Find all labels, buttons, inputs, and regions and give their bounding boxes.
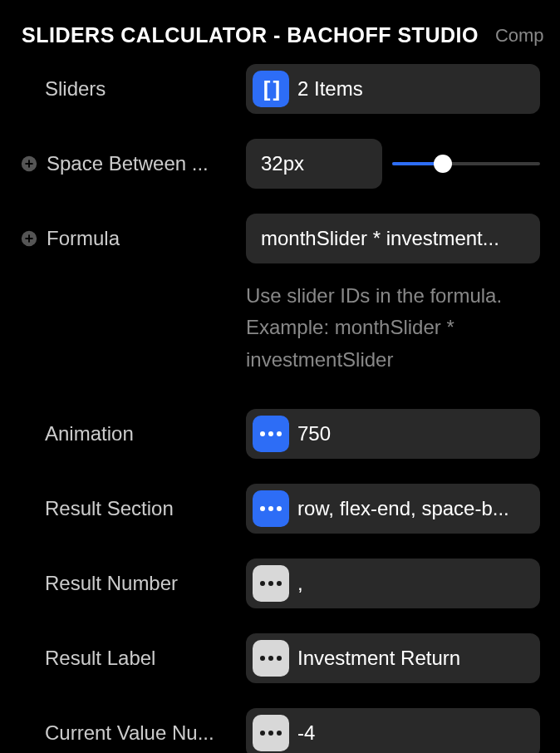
label-space-between: Space Between ... [20, 152, 246, 175]
result-label-field[interactable]: Investment Return [246, 633, 540, 683]
more-icon [253, 715, 289, 751]
more-icon [253, 640, 289, 677]
panel-title: SLIDERS CALCULATOR - BACHOFF STUDIO [22, 23, 479, 47]
more-icon [253, 490, 289, 527]
value-col: -4 [246, 708, 540, 753]
label-text: Current Value Nu... [45, 721, 214, 745]
value-col: 32px [246, 139, 540, 189]
label-text: Animation [45, 422, 134, 445]
space-between-value: 32px [253, 152, 312, 175]
row-current-value: Current Value Nu... -4 [20, 708, 540, 753]
label-result-section: Result Section [20, 497, 246, 520]
label-text: Space Between ... [47, 152, 209, 175]
value-col: , [246, 559, 540, 608]
more-icon [253, 416, 289, 452]
svg-rect-5 [28, 234, 30, 242]
value-col: 750 [246, 409, 540, 459]
slider-thumb[interactable] [434, 155, 452, 173]
header-tab[interactable]: Componer [495, 25, 543, 47]
row-result-label: Result Label Investment Return [20, 633, 540, 683]
plus-circle-icon[interactable] [20, 155, 38, 173]
current-value-value: -4 [289, 721, 323, 745]
result-label-value: Investment Return [289, 647, 469, 670]
array-icon: [ ] [253, 71, 289, 107]
value-col: [ ] 2 Items [246, 64, 540, 114]
label-text: Formula [47, 227, 120, 250]
row-result-number: Result Number , [20, 559, 540, 608]
result-number-value: , [289, 572, 312, 595]
value-col: monthSlider * investment... [246, 214, 540, 263]
space-between-slider[interactable] [392, 162, 540, 165]
animation-field[interactable]: 750 [246, 409, 540, 459]
result-number-field[interactable]: , [246, 559, 540, 608]
animation-value: 750 [289, 422, 339, 445]
svg-rect-2 [28, 160, 30, 167]
formula-input[interactable]: monthSlider * investment... [246, 214, 540, 263]
label-text: Result Number [45, 572, 178, 595]
row-formula: Formula monthSlider * investment... [20, 214, 540, 263]
sliders-field[interactable]: [ ] 2 Items [246, 64, 540, 114]
label-formula: Formula [20, 227, 246, 250]
space-between-input[interactable]: 32px [246, 139, 382, 189]
label-current-value: Current Value Nu... [20, 721, 246, 745]
label-text: Sliders [45, 77, 106, 101]
more-icon [253, 565, 289, 602]
row-sliders: Sliders [ ] 2 Items [20, 64, 540, 114]
plus-circle-icon[interactable] [20, 229, 38, 248]
sliders-value: 2 Items [289, 77, 371, 101]
row-space-between: Space Between ... 32px [20, 139, 540, 189]
label-animation: Animation [20, 422, 246, 445]
formula-value: monthSlider * investment... [253, 227, 508, 250]
value-col: Investment Return [246, 633, 540, 683]
properties-panel: Sliders [ ] 2 Items Space Between ... 32… [0, 64, 560, 753]
value-col: row, flex-end, space-b... [246, 484, 540, 534]
label-text: Result Section [45, 497, 174, 520]
result-section-value: row, flex-end, space-b... [289, 497, 518, 520]
row-animation: Animation 750 [20, 409, 540, 459]
current-value-field[interactable]: -4 [246, 708, 540, 753]
panel-header: SLIDERS CALCULATOR - BACHOFF STUDIO Comp… [0, 0, 560, 64]
result-section-field[interactable]: row, flex-end, space-b... [246, 484, 540, 534]
row-result-section: Result Section row, flex-end, space-b... [20, 484, 540, 534]
label-sliders: Sliders [20, 77, 246, 101]
label-result-label: Result Label [20, 647, 246, 670]
label-text: Result Label [45, 647, 155, 670]
formula-help-text: Use slider IDs in the formula. Example: … [20, 280, 540, 376]
label-result-number: Result Number [20, 572, 246, 595]
